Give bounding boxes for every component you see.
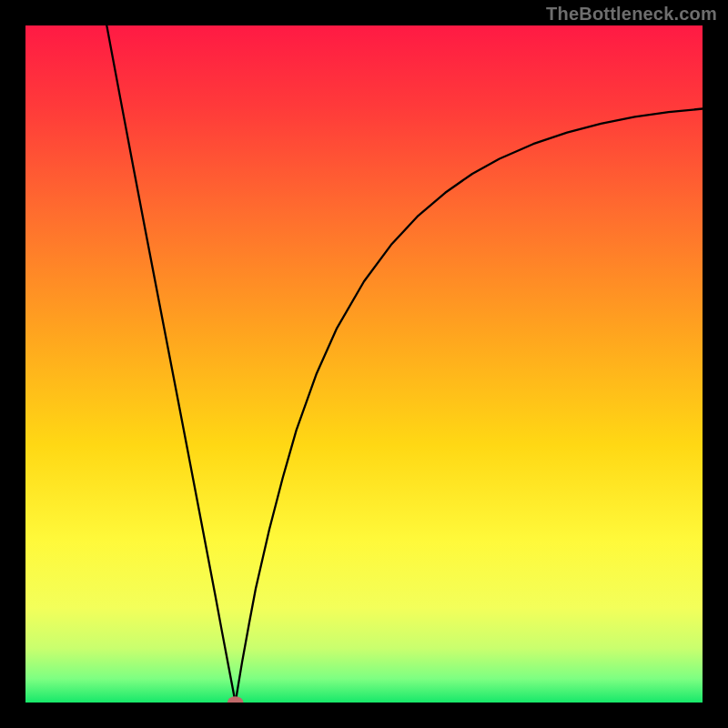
chart-stage: TheBottleneck.com [0,0,728,728]
bottleneck-curve [106,25,703,703]
plot-area [25,25,703,703]
watermark-text: TheBottleneck.com [546,4,717,25]
curve-layer [25,25,703,703]
minimum-marker [228,696,244,703]
